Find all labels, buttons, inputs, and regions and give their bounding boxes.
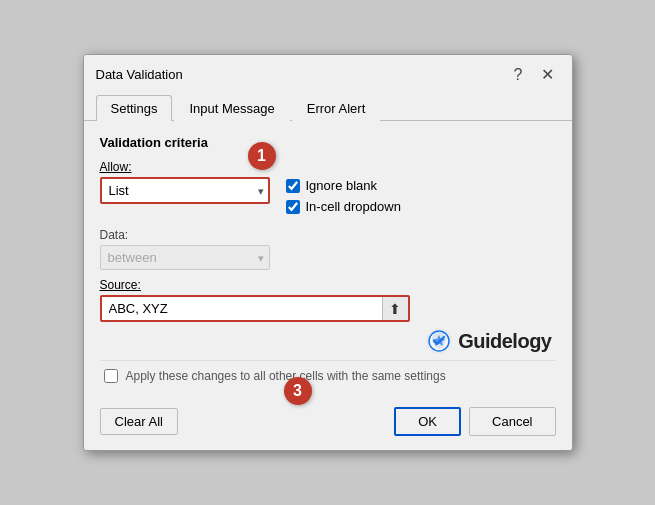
tab-settings[interactable]: Settings <box>96 95 173 121</box>
apply-all-label[interactable]: Apply these changes to all other cells w… <box>126 369 446 383</box>
guidelogy-icon <box>426 328 452 354</box>
tab-bar: Settings Input Message Error Alert <box>84 86 572 121</box>
allow-select[interactable]: List Any value Whole number Decimal Date… <box>100 177 270 204</box>
dialog-content: Validation criteria Allow: List Any valu… <box>84 121 572 397</box>
source-input[interactable] <box>102 297 382 320</box>
allow-column: Allow: List Any value Whole number Decim… <box>100 160 270 204</box>
cancel-button[interactable]: Cancel <box>469 407 555 436</box>
section-validation-criteria: Validation criteria <box>100 135 556 150</box>
tab-error-alert[interactable]: Error Alert <box>292 95 381 121</box>
ignore-blank-row: Ignore blank <box>286 178 556 193</box>
ok-button[interactable]: OK <box>394 407 461 436</box>
data-select-wrapper: between not between equal to not equal t… <box>100 245 270 270</box>
close-button[interactable]: ✕ <box>535 63 560 86</box>
in-cell-dropdown-row: In-cell dropdown <box>286 199 556 214</box>
logo-text: Guidelogy <box>458 330 551 353</box>
ignore-blank-label[interactable]: Ignore blank <box>306 178 378 193</box>
in-cell-dropdown-label[interactable]: In-cell dropdown <box>306 199 401 214</box>
data-row: Data: between not between equal to not e… <box>100 228 556 270</box>
ignore-blank-checkbox[interactable] <box>286 179 300 193</box>
data-validation-dialog: Data Validation ? ✕ Settings Input Messa… <box>83 54 573 451</box>
footer-left: Clear All <box>100 408 178 435</box>
data-label: Data: <box>100 228 556 242</box>
footer-right: OK Cancel <box>394 407 555 436</box>
apply-row: Apply these changes to all other cells w… <box>100 360 556 385</box>
allow-label: Allow: <box>100 160 270 174</box>
clear-all-button[interactable]: Clear All <box>100 408 178 435</box>
source-expand-button[interactable]: ⬆ <box>382 297 408 320</box>
in-cell-dropdown-checkbox[interactable] <box>286 200 300 214</box>
help-button[interactable]: ? <box>508 64 529 86</box>
title-bar: Data Validation ? ✕ <box>84 55 572 86</box>
footer: Clear All OK Cancel 3 <box>84 397 572 450</box>
tab-input-message-label: Input Message <box>189 101 274 116</box>
source-row: Source: ⬆ 2 <box>100 278 556 322</box>
title-bar-buttons: ? ✕ <box>508 63 560 86</box>
tab-input-message[interactable]: Input Message <box>174 95 289 121</box>
allow-row: Allow: List Any value Whole number Decim… <box>100 160 556 220</box>
source-label: Source: <box>100 278 556 292</box>
checkboxes-column: Ignore blank In-cell dropdown <box>286 160 556 220</box>
logo-row: Guidelogy <box>100 322 556 356</box>
dialog-title: Data Validation <box>96 67 183 82</box>
source-input-wrapper: ⬆ <box>100 295 410 322</box>
data-select[interactable]: between not between equal to not equal t… <box>100 245 270 270</box>
tab-error-alert-label: Error Alert <box>307 101 366 116</box>
allow-select-wrapper: List Any value Whole number Decimal Date… <box>100 177 270 204</box>
source-expand-icon: ⬆ <box>389 301 401 317</box>
apply-all-checkbox[interactable] <box>104 369 118 383</box>
tab-settings-label: Settings <box>111 101 158 116</box>
